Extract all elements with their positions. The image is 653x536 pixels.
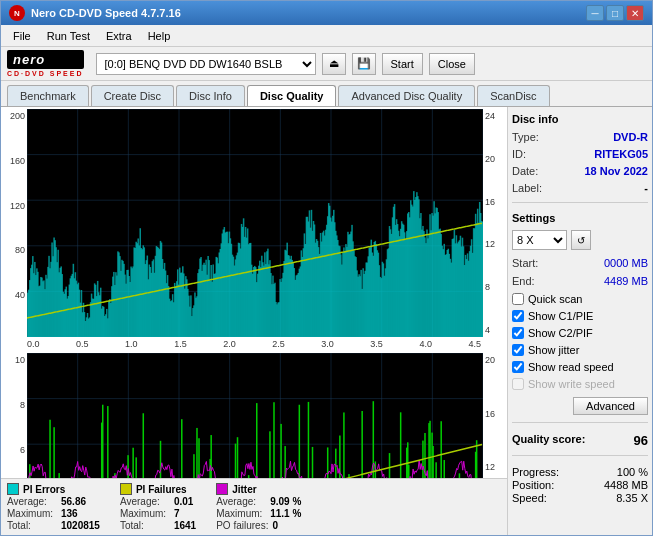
quick-scan-label: Quick scan	[528, 293, 582, 305]
eject-button[interactable]: ⏏	[322, 53, 346, 75]
c1pie-checkbox[interactable]	[512, 310, 524, 322]
jitter-avg-value: 9.09 %	[270, 496, 301, 507]
pi-failures-max-value: 7	[174, 508, 180, 519]
pi-failures-avg-label: Average:	[120, 496, 170, 507]
start-value: 0000 MB	[604, 257, 648, 269]
tabs: Benchmark Create Disc Disc Info Disc Qua…	[1, 81, 652, 107]
jitter-checkbox[interactable]	[512, 344, 524, 356]
speed-select[interactable]: 8 X	[512, 230, 567, 250]
write-speed-checkbox[interactable]	[512, 378, 524, 390]
read-speed-row: Show read speed	[512, 361, 648, 373]
menu-help[interactable]: Help	[140, 28, 179, 44]
tab-scan-disc[interactable]: ScanDisc	[477, 85, 549, 106]
top-right-y-20: 20	[485, 154, 501, 164]
save-button[interactable]: 💾	[352, 53, 376, 75]
jitter-cb-label: Show jitter	[528, 344, 579, 356]
write-speed-label: Show write speed	[528, 378, 615, 390]
quality-score-label: Quality score:	[512, 433, 585, 448]
tab-advanced-disc-quality[interactable]: Advanced Disc Quality	[338, 85, 475, 106]
tab-disc-info[interactable]: Disc Info	[176, 85, 245, 106]
speed-row: Speed: 8.35 X	[512, 492, 648, 504]
top-right-y-16: 16	[485, 197, 501, 207]
quality-score-row: Quality score: 96	[512, 433, 648, 448]
pi-failures-avg-row: Average: 0.01	[120, 496, 196, 507]
c1pie-row: Show C1/PIE	[512, 310, 648, 322]
tab-disc-quality[interactable]: Disc Quality	[247, 85, 337, 106]
pi-errors-max-value: 136	[61, 508, 78, 519]
pi-errors-total-label: Total:	[7, 520, 57, 531]
top-left-y-160: 160	[7, 156, 25, 166]
top-left-y-120: 120	[7, 201, 25, 211]
progress-row: Progress: 100 %	[512, 466, 648, 478]
top-left-y-200: 200	[7, 111, 25, 121]
progress-value: 100 %	[617, 466, 648, 478]
disc-date-value: 18 Nov 2022	[584, 165, 648, 177]
top-right-y-8: 8	[485, 282, 501, 292]
jitter-color	[216, 483, 228, 495]
jitter-row: Show jitter	[512, 344, 648, 356]
advanced-button[interactable]: Advanced	[573, 397, 648, 415]
close-button[interactable]: Close	[429, 53, 475, 75]
nero-logo: nero	[7, 50, 84, 69]
pi-errors-max-label: Maximum:	[7, 508, 57, 519]
menu-file[interactable]: File	[5, 28, 39, 44]
start-button[interactable]: Start	[382, 53, 423, 75]
refresh-button[interactable]: ↺	[571, 230, 591, 250]
menu-extra[interactable]: Extra	[98, 28, 140, 44]
menu-run-test[interactable]: Run Test	[39, 28, 98, 44]
start-mb-row: Start: 0000 MB	[512, 257, 648, 269]
tab-benchmark[interactable]: Benchmark	[7, 85, 89, 106]
quick-scan-checkbox[interactable]	[512, 293, 524, 305]
pi-failures-total-value: 1641	[174, 520, 196, 531]
quick-scan-row: Quick scan	[512, 293, 648, 305]
top-right-y-24: 24	[485, 111, 501, 121]
jitter-stats: Jitter Average: 9.09 % Maximum: 11.1 % P…	[216, 483, 301, 531]
progress-section: Progress: 100 % Position: 4488 MB Speed:…	[512, 466, 648, 505]
disc-type-label: Type:	[512, 131, 539, 143]
pi-failures-total-label: Total:	[120, 520, 170, 531]
top-right-y-4: 4	[485, 325, 501, 335]
drive-select[interactable]: [0:0] BENQ DVD DD DW1640 BSLB	[96, 53, 316, 75]
jitter-avg-row: Average: 9.09 %	[216, 496, 301, 507]
bot-left-y-6: 6	[7, 445, 25, 455]
po-failures-value: 0	[272, 520, 278, 531]
pi-failures-max-label: Maximum:	[120, 508, 170, 519]
c2pif-checkbox[interactable]	[512, 327, 524, 339]
maximize-button[interactable]: □	[606, 5, 624, 21]
pi-errors-avg-label: Average:	[7, 496, 57, 507]
c2pif-label: Show C2/PIF	[528, 327, 593, 339]
title-bar: N Nero CD-DVD Speed 4.7.7.16 ─ □ ✕	[1, 1, 652, 25]
minimize-button[interactable]: ─	[586, 5, 604, 21]
quality-score-value: 96	[634, 433, 648, 448]
read-speed-checkbox[interactable]	[512, 361, 524, 373]
speed-value: 8.35 X	[616, 492, 648, 504]
top-left-y-80: 80	[7, 245, 25, 255]
c1pie-label: Show C1/PIE	[528, 310, 593, 322]
end-mb-row: End: 4489 MB	[512, 275, 648, 287]
jitter-max-label: Maximum:	[216, 508, 266, 519]
pi-failures-label: PI Failures	[136, 484, 187, 495]
app-icon: N	[9, 5, 25, 21]
close-window-button[interactable]: ✕	[626, 5, 644, 21]
pi-errors-max-row: Maximum: 136	[7, 508, 100, 519]
pi-failures-max-row: Maximum: 7	[120, 508, 196, 519]
disc-date-row: Date: 18 Nov 2022	[512, 165, 648, 177]
disc-type-value: DVD-R	[613, 131, 648, 143]
tab-create-disc[interactable]: Create Disc	[91, 85, 174, 106]
bot-left-y-10: 10	[7, 355, 25, 365]
bot-left-y-8: 8	[7, 400, 25, 410]
jitter-label: Jitter	[232, 484, 256, 495]
disc-date-label: Date:	[512, 165, 538, 177]
top-chart: 200 160 120 80 40 24 20 16 12	[5, 109, 503, 337]
pi-errors-avg-row: Average: 56.86	[7, 496, 100, 507]
top-right-y-12: 12	[485, 239, 501, 249]
pi-failures-total-row: Total: 1641	[120, 520, 196, 531]
c2pif-row: Show C2/PIF	[512, 327, 648, 339]
main-window: N Nero CD-DVD Speed 4.7.7.16 ─ □ ✕ File …	[0, 0, 653, 536]
pi-errors-stats: PI Errors Average: 56.86 Maximum: 136 To…	[7, 483, 100, 531]
divider-3	[512, 455, 648, 456]
pi-failures-avg-value: 0.01	[174, 496, 193, 507]
jitter-max-row: Maximum: 11.1 %	[216, 508, 301, 519]
end-value: 4489 MB	[604, 275, 648, 287]
menu-bar: File Run Test Extra Help	[1, 25, 652, 47]
